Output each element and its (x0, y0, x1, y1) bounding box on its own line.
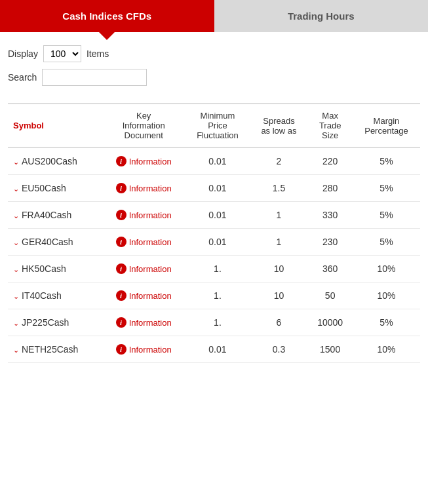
info-link[interactable]: i Information (107, 156, 180, 166)
cell-info[interactable]: i Information (102, 256, 185, 282)
cell-symbol: ⌄AUS200Cash (8, 147, 102, 175)
col-header-key-info: KeyInformationDocument (102, 104, 185, 147)
controls-area: Display 100 10 25 50 Items Search (0, 32, 428, 103)
info-icon: i (116, 290, 126, 301)
cell-info[interactable]: i Information (102, 282, 185, 309)
cell-min-price: 0.01 (185, 147, 250, 175)
cell-margin: 10% (353, 282, 420, 309)
info-label: Information (129, 345, 172, 355)
cell-symbol: ⌄IT40Cash (8, 282, 102, 309)
chevron-down-icon: ⌄ (13, 239, 19, 247)
table-header-row: Symbol KeyInformationDocument MinimumPri… (8, 104, 420, 147)
cell-min-price: 0.01 (185, 229, 250, 256)
cell-min-price: 0.01 (185, 336, 250, 363)
tab-cash-indices-label: Cash Indices CFDs (62, 10, 151, 22)
cell-min-price: 1. (185, 256, 250, 282)
cell-margin: 10% (353, 256, 420, 282)
cell-symbol: ⌄FRA40Cash (8, 202, 102, 229)
cell-max-trade: 50 (307, 282, 353, 309)
info-icon: i (116, 237, 126, 247)
info-label: Information (129, 237, 172, 247)
cell-max-trade: 1500 (307, 336, 353, 363)
display-label: Display (8, 48, 38, 59)
chevron-down-icon: ⌄ (13, 212, 19, 220)
search-input[interactable] (42, 69, 147, 86)
info-label: Information (129, 291, 172, 301)
chevron-down-icon: ⌄ (13, 346, 19, 355)
chevron-down-icon: ⌄ (13, 158, 19, 166)
cell-symbol: ⌄GER40Cash (8, 229, 102, 256)
table-row: ⌄FRA40Cash i Information 0.0113305% (8, 202, 420, 229)
info-link[interactable]: i Information (107, 210, 180, 220)
cell-spreads: 6 (250, 309, 308, 336)
info-link[interactable]: i Information (107, 263, 180, 274)
table-row: ⌄NETH25Cash i Information 0.010.3150010% (8, 336, 420, 363)
cell-spreads: 10 (250, 256, 308, 282)
cell-info[interactable]: i Information (102, 175, 185, 202)
display-select[interactable]: 100 10 25 50 (43, 45, 81, 62)
cell-margin: 5% (353, 175, 420, 202)
info-icon: i (116, 183, 126, 193)
cell-max-trade: 360 (307, 256, 353, 282)
cell-margin: 5% (353, 147, 420, 175)
info-link[interactable]: i Information (107, 183, 180, 193)
data-table: Symbol KeyInformationDocument MinimumPri… (8, 103, 420, 363)
tab-trading-hours[interactable]: Trading Hours (214, 0, 429, 32)
cell-spreads: 1.5 (250, 175, 308, 202)
data-table-wrapper: Symbol KeyInformationDocument MinimumPri… (0, 103, 428, 376)
chevron-down-icon: ⌄ (13, 185, 19, 193)
cell-info[interactable]: i Information (102, 336, 185, 363)
cell-min-price: 1. (185, 282, 250, 309)
cell-max-trade: 280 (307, 175, 353, 202)
info-label: Information (129, 318, 172, 328)
info-icon: i (116, 263, 126, 274)
info-label: Information (129, 157, 172, 166)
table-row: ⌄IT40Cash i Information 1.105010% (8, 282, 420, 309)
cell-min-price: 1. (185, 309, 250, 336)
items-label: Items (87, 48, 109, 59)
col-header-max-trade: MaxTradeSize (307, 104, 353, 147)
cell-max-trade: 220 (307, 147, 353, 175)
cell-symbol: ⌄JP225Cash (8, 309, 102, 336)
cell-info[interactable]: i Information (102, 202, 185, 229)
tab-trading-hours-label: Trading Hours (288, 10, 355, 22)
col-header-spreads: Spreadsas low as (250, 104, 308, 147)
cell-spreads: 0.3 (250, 336, 308, 363)
info-icon: i (116, 210, 126, 220)
info-link[interactable]: i Information (107, 317, 180, 328)
cell-margin: 5% (353, 229, 420, 256)
display-row: Display 100 10 25 50 Items (8, 45, 420, 62)
cell-info[interactable]: i Information (102, 309, 185, 336)
cell-max-trade: 10000 (307, 309, 353, 336)
info-link[interactable]: i Information (107, 344, 180, 355)
info-link[interactable]: i Information (107, 290, 180, 301)
table-row: ⌄GER40Cash i Information 0.0112305% (8, 229, 420, 256)
table-row: ⌄HK50Cash i Information 1.1036010% (8, 256, 420, 282)
col-header-margin: MarginPercentage (353, 104, 420, 147)
chevron-down-icon: ⌄ (13, 265, 19, 274)
cell-info[interactable]: i Information (102, 147, 185, 175)
chevron-down-icon: ⌄ (13, 319, 19, 328)
chevron-down-icon: ⌄ (13, 292, 19, 301)
info-label: Information (129, 184, 172, 193)
info-icon: i (116, 344, 126, 355)
cell-margin: 10% (353, 336, 420, 363)
cell-info[interactable]: i Information (102, 229, 185, 256)
info-label: Information (129, 210, 172, 220)
cell-margin: 5% (353, 202, 420, 229)
info-link[interactable]: i Information (107, 237, 180, 247)
col-header-symbol: Symbol (8, 104, 102, 147)
tab-cash-indices[interactable]: Cash Indices CFDs (0, 0, 214, 32)
info-label: Information (129, 264, 172, 274)
cell-symbol: ⌄EU50Cash (8, 175, 102, 202)
table-row: ⌄JP225Cash i Information 1.6100005% (8, 309, 420, 336)
cell-margin: 5% (353, 309, 420, 336)
cell-spreads: 10 (250, 282, 308, 309)
col-header-min-price: MinimumPriceFluctuation (185, 104, 250, 147)
cell-max-trade: 330 (307, 202, 353, 229)
cell-max-trade: 230 (307, 229, 353, 256)
info-icon: i (116, 317, 126, 328)
cell-spreads: 2 (250, 147, 308, 175)
cell-symbol: ⌄NETH25Cash (8, 336, 102, 363)
table-row: ⌄EU50Cash i Information 0.011.52805% (8, 175, 420, 202)
